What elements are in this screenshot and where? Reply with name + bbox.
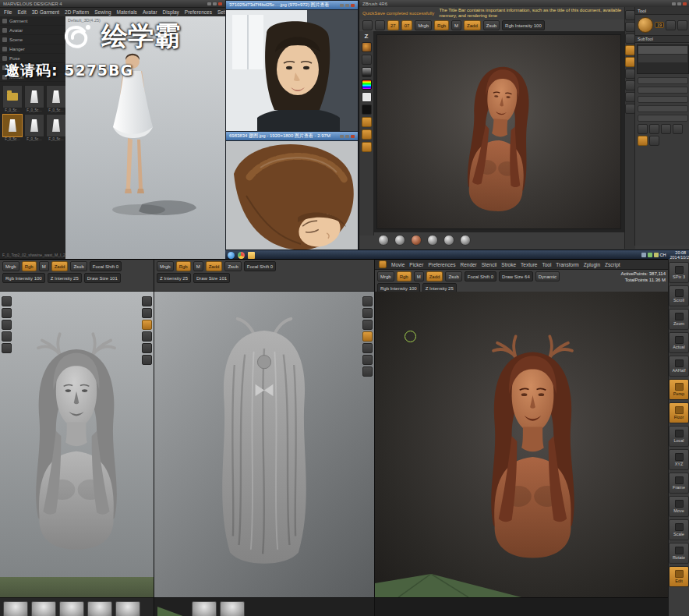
language-indicator[interactable]: CH	[659, 253, 668, 257]
tool-palette-header[interactable]: Tool	[635, 7, 689, 15]
zadd-button[interactable]: Zadd	[51, 261, 69, 271]
lightbox-thumbnail[interactable]	[220, 601, 245, 616]
md-library-item-motion[interactable]: Motion	[0, 73, 65, 82]
palette-button[interactable]	[649, 124, 659, 134]
md-menu-materials[interactable]: Materials	[117, 9, 137, 15]
subtool-row[interactable]	[638, 55, 687, 62]
palette-button[interactable]	[649, 136, 659, 146]
lightbox-thumbnail[interactable]	[115, 601, 140, 616]
z-intensity-slider[interactable]: Z Intensity 25	[157, 273, 191, 283]
palette-slider[interactable]	[638, 105, 688, 112]
stroke-icon[interactable]	[362, 55, 372, 65]
menu-stroke[interactable]: Stroke	[501, 262, 516, 267]
menu-preferences[interactable]: Preferences	[428, 262, 455, 267]
palette-button[interactable]	[638, 136, 648, 146]
secondary-color-swatch[interactable]	[362, 104, 372, 115]
menu-movie[interactable]: Movie	[391, 262, 405, 267]
palette-slider[interactable]	[638, 77, 688, 84]
rgb-button[interactable]: Rgb	[434, 20, 449, 30]
z-intensity-slider[interactable]: Z Intensity 25	[48, 273, 82, 283]
draw-size-slider[interactable]: Draw Size 64	[499, 271, 533, 281]
gradient-icon[interactable]	[362, 142, 372, 152]
lightbox-thumbnail[interactable]	[87, 601, 112, 616]
close-icon[interactable]	[683, 2, 687, 5]
texture-icon[interactable]	[362, 117, 372, 127]
md-menu-3d-garment[interactable]: 3D Garment	[32, 9, 59, 15]
palette-slider[interactable]	[638, 87, 688, 94]
rs-scroll-button[interactable]: Scroll	[669, 285, 689, 306]
minimize-icon[interactable]	[207, 2, 211, 5]
draw-size-slider[interactable]: Draw Size 101	[84, 273, 121, 283]
zbrush-logo-icon[interactable]	[379, 260, 387, 268]
lightbox-thumbnail[interactable]	[192, 601, 217, 616]
rs-local-button[interactable]: Local	[669, 426, 689, 447]
palette-button[interactable]	[673, 124, 683, 134]
focal-shift-slider[interactable]: Focal Shift 0	[244, 261, 276, 271]
subtool-list[interactable]	[637, 44, 689, 74]
lightbox-thumbnail[interactable]	[59, 601, 84, 616]
shelf-icon[interactable]	[362, 331, 373, 342]
zsub-button[interactable]: Zsub	[445, 271, 461, 281]
lightbox-thumbnail[interactable]	[3, 601, 28, 616]
tray-icon[interactable]	[641, 253, 646, 257]
rs-zoom-button[interactable]: Zoom	[669, 309, 689, 330]
tray-icon[interactable]	[648, 253, 652, 257]
main-color-swatch[interactable]	[362, 92, 372, 102]
mrgb-button[interactable]: Mrgb	[2, 261, 19, 271]
material-sphere[interactable]	[427, 235, 438, 246]
shelf-icon[interactable]	[362, 308, 373, 318]
material-sphere[interactable]	[460, 235, 471, 246]
md-file-thumb[interactable]	[24, 114, 44, 137]
rs-rotate-button[interactable]: Rotate	[669, 543, 689, 564]
minimize-icon[interactable]	[340, 135, 344, 138]
md-titlebar[interactable]: MARVELOUS DESIGNER 4	[0, 0, 225, 8]
menu-render[interactable]: Render	[460, 262, 476, 267]
md-library-item-scene[interactable]: Scene	[0, 35, 65, 44]
md-library-item-avatar[interactable]: Avatar	[0, 26, 65, 35]
save-tool-icon[interactable]	[677, 20, 687, 30]
rs-scale-button[interactable]: Scale	[669, 519, 689, 540]
rs-edit-button[interactable]: Edit	[669, 566, 689, 587]
mrgb-button[interactable]: Mrgb	[157, 261, 174, 271]
minimize-icon[interactable]	[672, 2, 676, 5]
close-icon[interactable]	[351, 135, 355, 138]
load-tool-icon[interactable]	[666, 20, 676, 30]
material-icon[interactable]	[362, 129, 372, 140]
material-sphere[interactable]	[443, 235, 454, 246]
palette-button[interactable]	[661, 124, 671, 134]
m-button[interactable]: M	[193, 261, 203, 271]
md-file-folder[interactable]	[2, 85, 23, 108]
palette-button[interactable]	[638, 124, 648, 134]
menu-tool[interactable]: Tool	[542, 262, 551, 267]
subtool-row-selected[interactable]	[638, 46, 687, 54]
md-file-thumb[interactable]	[46, 114, 66, 137]
menu-zplugin[interactable]: Zplugin	[584, 262, 600, 267]
doc-icon[interactable]	[362, 20, 373, 30]
close-icon[interactable]	[351, 4, 355, 7]
menu-picker[interactable]: Picker	[409, 262, 423, 267]
minimize-icon[interactable]	[340, 4, 344, 7]
shelf-icon[interactable]	[362, 355, 373, 365]
md-menu-edit[interactable]: Edit	[17, 9, 26, 15]
zadd-button[interactable]: Zadd	[426, 271, 443, 281]
z-value-chip[interactable]: 07	[401, 20, 413, 30]
rs-move-button[interactable]: Move	[669, 496, 689, 517]
focal-shift-slider[interactable]: Focal Shift 0	[465, 271, 496, 281]
maximize-icon[interactable]	[213, 2, 217, 5]
mrgb-button[interactable]: Mrgb	[377, 271, 394, 281]
brush-icon[interactable]	[362, 42, 372, 52]
md-menu-preferences[interactable]: Preferences	[185, 9, 212, 15]
shelf-icon[interactable]	[362, 296, 373, 306]
md-3d-viewport[interactable]: Default_3D(4.25)	[65, 16, 225, 259]
md-file-thumb[interactable]	[24, 85, 44, 108]
md-library-item-pose[interactable]: Pose	[0, 54, 65, 63]
m-button[interactable]: M	[414, 271, 424, 281]
rs-aahalf-button[interactable]: AAHalf	[669, 356, 689, 377]
maximize-icon[interactable]	[345, 4, 349, 7]
rgb-intensity-slider[interactable]: Rgb Intensity 100	[502, 20, 545, 30]
rgb-button[interactable]: Rgb	[22, 261, 37, 271]
material-sphere[interactable]	[394, 235, 405, 246]
material-sphere[interactable]	[378, 235, 389, 246]
maximize-icon[interactable]	[345, 135, 349, 138]
md-file-thumb-selected[interactable]	[2, 114, 23, 137]
